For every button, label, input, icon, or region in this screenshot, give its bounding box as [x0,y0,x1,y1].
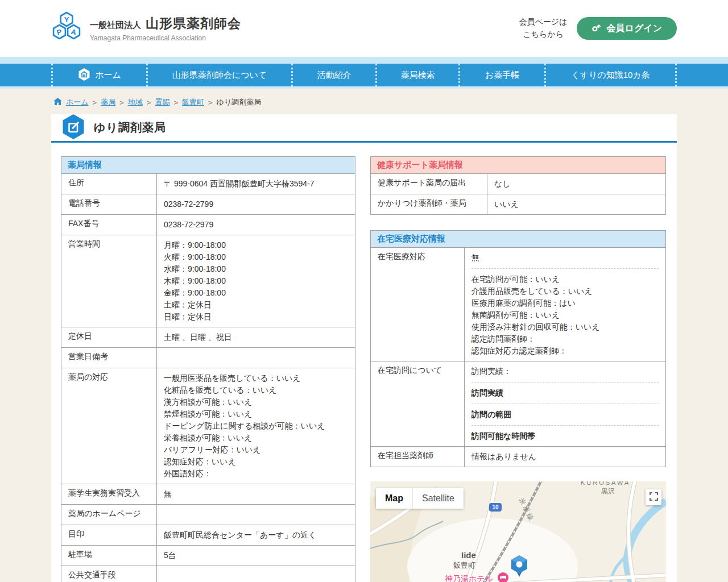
org-name-english: Yamagata Pharmaceutical Association [90,34,241,42]
row-value: 〒 999-0604 西置賜郡飯豊町大字椿3594-7 [157,174,355,194]
row-value-line: 月曜：9:00-18:00 [164,239,348,251]
row-value [157,348,355,368]
nav-item-about[interactable]: 山形県薬剤師会について [146,64,291,86]
home-medical-table: 在宅医療対応情報在宅医療対応無在宅訪問が可能：いいえ介護用品販売をしている：いい… [370,230,666,467]
row-value [157,505,355,525]
nav-item-medicine-notebook[interactable]: お薬手帳 [458,64,544,86]
table-title: 薬局情報 [61,157,355,174]
row-label: 営業日備考 [61,348,157,368]
row-value-line: 外国語対応： [164,468,348,480]
table-row: 駐車場5台 [61,546,355,566]
table-row: 定休日土曜 、日曜 、祝日 [61,327,355,348]
table-title: 健康サポート薬局情報 [371,157,666,174]
breadcrumb-link-pharmacy[interactable]: 薬局 [101,97,115,107]
page-title-bar: ゆり調剤薬局 [51,114,677,143]
table-row: 在宅医療対応無在宅訪問が可能：いいえ介護用品販売をしている：いいえ医療用麻薬の調… [371,248,666,361]
breadcrumb-home-icon [53,98,62,107]
org-name: 山形県薬剤師会 [146,15,241,32]
row-value-line: バリアフリー対応：いいえ [164,444,348,456]
row-value: 情報はありません [465,447,666,467]
row-value: 飯豊町町民総合センター「あーす」の近く [157,525,355,546]
row-value-line: 火曜：9:00-18:00 [164,251,348,263]
row-value-line: 認定訪問薬剤師： [471,333,659,345]
row-value: 0238-72-2979 [157,215,355,235]
row-value-line: 0238-72-2799 [164,198,348,210]
map-type-controls: Map Satellite [376,488,464,509]
table-row: 薬局のホームページ [61,505,355,525]
row-value-line: 金曜：9:00-18:00 [164,287,348,299]
row-value-line [164,570,348,582]
table-row: 営業日備考 [61,348,355,368]
site-header: Y P A 一般社団法人 山形県薬剤師会 Yamagata Pharmaceut… [0,0,728,57]
row-value-line: 訪問可能な時間帯 [471,430,659,442]
row-label: 薬局のホームページ [61,505,157,525]
route-10-badge: 10 [489,503,502,512]
page-title: ゆり調剤薬局 [94,120,166,135]
main-nav: ホーム 山形県薬剤師会について 活動紹介 薬局検索 お薬手帳 くすりの知識10カ… [0,57,728,89]
row-value-line: 無 [471,252,659,264]
health-support-table: 健康サポート薬局情報健康サポート薬局の届出なしかかりつけ薬剤師・薬局いいえ [370,156,666,215]
breadcrumb-current: ゆり調剤薬局 [217,97,262,107]
breadcrumb-link-region[interactable]: 地域 [128,97,143,107]
row-value-line: 無菌調剤が可能：いいえ [471,309,659,321]
row-value-line: 禁煙相談が可能：いいえ [164,408,348,420]
dashed-divider [471,425,659,426]
row-value-line: 訪問の範囲 [471,409,659,421]
table-row: 住所〒 999-0604 西置賜郡飯豊町大字椿3594-7 [61,174,355,194]
google-map[interactable]: Map Satellite 10 KUROSAWA 黒沢 米坂線 Iide 飯豊… [370,481,666,582]
member-page-note: 会員ページは こちらから [519,16,568,40]
edit-hexagon-icon [61,114,85,142]
row-value-line: 日曜：定休日 [164,311,348,323]
map-label-iide-en: Iide [461,550,476,560]
row-value-line: 認知症対応力認定薬剤師： [471,345,659,357]
nav-item-home[interactable]: ホーム [51,64,146,86]
hotel-bed-icon[interactable] [497,571,510,582]
pharmacy-info-table: 薬局情報住所〒 999-0604 西置賜郡飯豊町大字椿3594-7電話番号023… [61,156,355,582]
row-value: 無在宅訪問が可能：いいえ介護用品販売をしている：いいえ医療用麻薬の調剤可能：はい… [465,248,666,361]
brand[interactable]: Y P A 一般社団法人 山形県薬剤師会 Yamagata Pharmaceut… [51,11,241,46]
row-value-line: 木曜：9:00-18:00 [164,275,348,287]
nav-item-activities[interactable]: 活動紹介 [291,64,375,86]
table-row: 在宅担当薬剤師情報はありません [371,447,666,467]
fullscreen-button[interactable] [646,489,661,505]
row-value [157,566,355,582]
row-value-line: いいえ [494,198,659,210]
row-value: なし [487,174,666,194]
row-label: 健康サポート薬局の届出 [371,174,487,194]
row-value-line: 土曜 、日曜 、祝日 [164,331,348,343]
pharmacy-map-pin-icon[interactable] [508,554,530,582]
row-value-line: 一般用医薬品を販売している：いいえ [164,372,348,384]
row-label: かかりつけ薬剤師・薬局 [371,194,487,215]
breadcrumb-link-iide[interactable]: 飯豊町 [182,97,204,107]
row-value: いいえ [487,194,666,215]
row-value-line: 情報はありません [471,451,659,463]
map-view-button[interactable]: Map [376,488,413,509]
row-label: 在宅医療対応 [371,248,465,361]
table-row: 薬学生実務実習受入無 [61,484,355,505]
breadcrumb-link-home[interactable]: ホーム [66,97,89,107]
row-value: 月曜：9:00-18:00火曜：9:00-18:00水曜：9:00-18:00木… [157,235,355,327]
fullscreen-icon [650,492,658,502]
row-value-line: 医療用麻薬の調剤可能：はい [471,297,659,309]
dashed-divider [471,382,659,383]
table-row: 在宅訪問について訪問実績：訪問実績訪問の範囲訪問可能な時間帯 [371,361,666,447]
row-value: 無 [157,484,355,505]
row-value-line [164,352,348,364]
table-row: FAX番号0238-72-2979 [61,215,355,235]
nav-item-pharmacy-search[interactable]: 薬局検索 [375,64,458,86]
satellite-view-button[interactable]: Satellite [413,488,464,509]
member-login-button[interactable]: 会員ログイン [577,17,677,40]
row-value-line: ドーピング防止に関する相談が可能：いいえ [164,420,348,432]
dashed-divider [471,268,659,269]
key-icon [592,23,601,35]
map-label-kurosawa-en: KUROSAWA [581,481,630,486]
nav-item-medicine-knowledge[interactable]: くすりの知識10カ条 [544,64,675,86]
row-label: 公共交通手段 [61,566,157,582]
row-value: 5台 [157,546,355,566]
table-row: 営業時間月曜：9:00-18:00火曜：9:00-18:00水曜：9:00-18… [61,235,355,327]
row-value-line: 無 [164,488,348,500]
table-row: かかりつけ薬剤師・薬局いいえ [371,194,666,215]
row-value-line: 化粧品を販売している：いいえ [164,384,348,396]
table-row: 公共交通手段 [61,566,355,582]
breadcrumb-link-okitama[interactable]: 置賜 [155,97,169,107]
